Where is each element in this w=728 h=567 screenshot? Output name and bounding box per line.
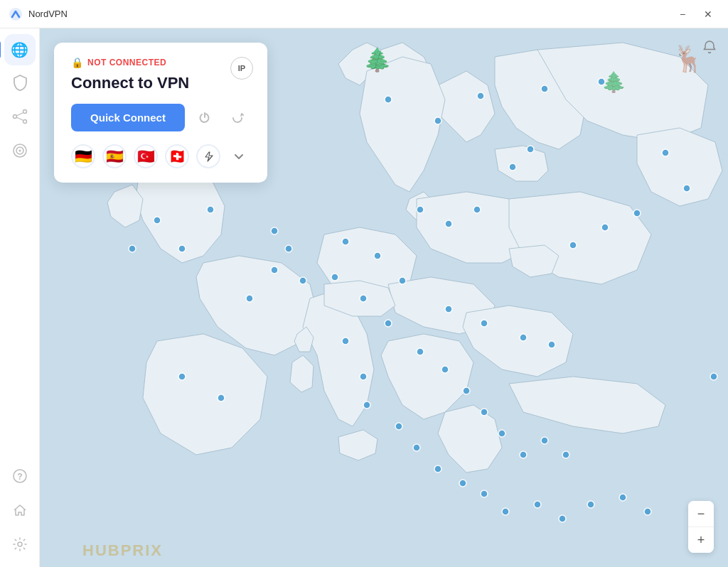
titlebar-left: NordVPN <box>9 7 68 21</box>
svg-point-67 <box>459 480 466 487</box>
svg-point-72 <box>587 501 594 508</box>
svg-point-30 <box>342 238 349 245</box>
titlebar: NordVPN − ✕ <box>0 0 728 28</box>
home-icon <box>12 502 28 522</box>
window-controls: − ✕ <box>671 4 719 24</box>
svg-point-35 <box>285 245 292 252</box>
chevron-down-icon <box>233 151 245 162</box>
svg-text:?: ? <box>17 472 22 482</box>
globe-icon: 🌐 <box>11 41 28 58</box>
svg-point-64 <box>395 423 402 430</box>
notification-area <box>697 34 722 60</box>
svg-point-22 <box>477 92 484 99</box>
map-container[interactable]: 🌲 🦌 🌲 <box>40 28 728 567</box>
svg-point-45 <box>548 341 555 348</box>
app-title: NordVPN <box>28 9 68 19</box>
svg-point-37 <box>473 206 481 213</box>
notification-button[interactable] <box>697 34 722 60</box>
svg-point-38 <box>509 163 516 171</box>
svg-point-62 <box>385 320 392 327</box>
svg-point-23 <box>541 85 548 92</box>
svg-point-2 <box>23 109 26 113</box>
svg-point-70 <box>534 501 541 508</box>
svg-point-28 <box>178 373 186 380</box>
sidebar-item-settings[interactable] <box>4 530 36 561</box>
lightning-icon <box>203 151 214 162</box>
bell-icon <box>702 40 717 54</box>
main-layout: 🌐 <box>0 28 728 567</box>
svg-text:🌲: 🌲 <box>363 46 392 73</box>
svg-point-46 <box>569 242 577 249</box>
svg-point-8 <box>18 149 21 151</box>
svg-point-31 <box>374 252 381 259</box>
minimize-button[interactable]: − <box>671 4 694 24</box>
svg-point-56 <box>562 451 569 458</box>
svg-point-55 <box>541 437 548 444</box>
sidebar-item-home[interactable] <box>4 496 36 527</box>
svg-point-36 <box>445 220 452 227</box>
svg-point-53 <box>498 430 505 437</box>
switzerland-flag[interactable]: 🇨🇭 <box>165 144 189 168</box>
help-icon: ? <box>12 468 28 487</box>
svg-point-24 <box>598 78 605 85</box>
svg-point-17 <box>178 245 186 252</box>
svg-point-61 <box>360 373 367 380</box>
target-icon <box>12 143 28 162</box>
svg-point-73 <box>619 494 626 501</box>
nordvpn-logo-icon <box>9 7 23 21</box>
svg-point-18 <box>129 245 136 252</box>
svg-point-44 <box>520 334 527 341</box>
svg-point-52 <box>481 409 488 416</box>
svg-point-19 <box>207 206 214 213</box>
svg-point-16 <box>154 217 161 224</box>
refresh-button[interactable] <box>225 105 250 131</box>
svg-point-71 <box>559 515 566 522</box>
card-actions: Quick Connect <box>71 104 250 131</box>
connect-card: 🔒 NOT CONNECTED Connect to VPN IP Quick … <box>54 43 267 183</box>
svg-point-54 <box>520 451 527 458</box>
ip-button[interactable]: IP <box>230 57 253 80</box>
svg-point-50 <box>441 366 449 373</box>
shield-icon <box>12 74 28 94</box>
spain-flag[interactable]: 🇪🇸 <box>102 144 127 168</box>
turkey-flag[interactable]: 🇹🇷 <box>134 144 158 168</box>
svg-point-0 <box>9 8 22 21</box>
sidebar-item-map[interactable]: 🌐 <box>4 34 36 65</box>
status-dot-icon: 🔒 <box>71 57 83 68</box>
svg-point-25 <box>417 206 424 213</box>
svg-point-69 <box>502 508 509 515</box>
svg-point-43 <box>481 320 488 327</box>
sidebar: 🌐 <box>0 28 40 567</box>
svg-point-66 <box>434 465 441 472</box>
svg-point-1 <box>13 114 16 118</box>
sidebar-item-threat[interactable] <box>4 136 36 168</box>
expand-button[interactable] <box>228 145 250 168</box>
lightning-button[interactable] <box>196 144 220 168</box>
quick-connect-button[interactable]: Quick Connect <box>71 104 185 131</box>
svg-point-49 <box>417 348 424 355</box>
svg-point-57 <box>662 149 669 156</box>
power-icon <box>198 111 212 125</box>
svg-point-47 <box>601 224 609 231</box>
svg-point-32 <box>299 277 306 284</box>
sidebar-item-help[interactable]: ? <box>4 462 36 493</box>
svg-point-63 <box>363 401 370 409</box>
power-button[interactable] <box>192 105 218 131</box>
sidebar-item-meshnet[interactable] <box>4 102 36 134</box>
sidebar-item-shield[interactable] <box>4 68 36 99</box>
svg-point-58 <box>683 185 690 192</box>
svg-point-60 <box>342 338 349 345</box>
svg-line-4 <box>16 112 23 116</box>
svg-point-11 <box>18 542 22 546</box>
svg-point-20 <box>385 96 392 103</box>
svg-point-68 <box>481 490 488 497</box>
svg-point-29 <box>218 394 225 401</box>
svg-point-41 <box>360 295 367 302</box>
close-button[interactable]: ✕ <box>697 4 719 24</box>
svg-point-74 <box>644 508 651 515</box>
refresh-icon <box>231 112 244 124</box>
svg-point-26 <box>246 295 253 302</box>
zoom-in-button[interactable]: + <box>688 527 714 553</box>
germany-flag[interactable]: 🇩🇪 <box>71 144 95 168</box>
zoom-out-button[interactable]: − <box>688 501 714 526</box>
